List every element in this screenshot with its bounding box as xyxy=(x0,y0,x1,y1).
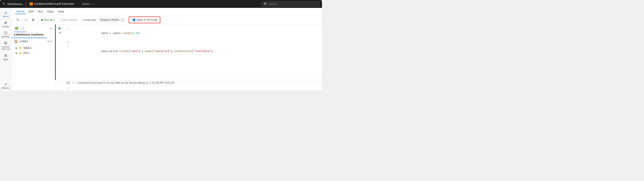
explorer-header-icons: 🌿 📄 xyxy=(14,26,25,31)
explorer-panel: 🌿 📄 « Lakehouse explorer 🏠 LH001 ✦ ⇄ xyxy=(12,25,55,91)
sidebar-item-browse[interactable]: ◫ Browse xyxy=(0,29,11,39)
sidebar-item-create[interactable]: ⊕ Create xyxy=(0,19,11,29)
tree-section: ▶ 📁 Tables ▶ 📁 Files xyxy=(12,45,55,56)
saved-label: Saved xyxy=(82,3,90,6)
sidebar-label-onelake: OneLakedata hub xyxy=(2,46,10,50)
lakehouse-name: LH001 xyxy=(20,40,28,43)
language-value: PySpark (Pytho... xyxy=(100,19,122,21)
onelake-icon: ⊞ xyxy=(4,41,7,45)
download-button[interactable]: ↓ ▾ xyxy=(22,17,29,22)
create-icon: ⊕ xyxy=(4,21,7,25)
saved-chevron[interactable]: ∨ xyxy=(92,3,94,5)
grid-icon: ⠿ xyxy=(2,2,5,6)
download-chevron: ▾ xyxy=(26,19,27,21)
ellipsis-indicator: ... xyxy=(55,86,322,91)
home-icon: ⌂ xyxy=(4,10,7,15)
lakehouse-item: 🏠 LH001 ✦ ⇄ xyxy=(12,38,55,45)
top-bar-separator: | xyxy=(26,2,27,6)
menu-view[interactable]: View xyxy=(56,9,66,14)
toolbar-divider-3 xyxy=(127,17,127,22)
sidebar-item-home[interactable]: ⌂ Home xyxy=(0,9,11,19)
sidebar-label-metrics: Metrics xyxy=(2,87,9,89)
cell-gutter: ▶ ▾ xyxy=(56,25,64,80)
output-text: - Command executed in 19 sec 608 ms by Q… xyxy=(76,81,174,84)
menu-data[interactable]: Data xyxy=(46,9,56,14)
notebook-area: Home Edit Run Data View ✎ ↓ ▾ ⚙ xyxy=(12,8,322,91)
open-vscode-label: Open in VS Code xyxy=(136,18,158,21)
apps-icon: ⊞ xyxy=(4,53,7,58)
sidebar-label-browse: Browse xyxy=(2,36,9,38)
cell-run-button[interactable]: ▶ xyxy=(58,26,62,30)
sidebar-label-create: Create xyxy=(2,26,9,28)
files-label: Files xyxy=(23,51,29,55)
tables-folder-icon: 📁 xyxy=(18,46,22,50)
lakehouse-tree-icon: 🏠 xyxy=(14,39,18,43)
search-icon: 🔍 xyxy=(264,3,267,6)
sidebar-label-apps: Apps xyxy=(3,58,8,61)
explorer-tree-icon[interactable]: 🌿 xyxy=(14,26,19,31)
edit-icon: ✎ xyxy=(16,18,19,22)
tree-item-files[interactable]: ▶ 📁 Files xyxy=(12,50,55,55)
run-all-chevron: ▾ xyxy=(53,19,54,21)
explorer-doc-icon[interactable]: 📄 xyxy=(20,26,25,31)
language-chevron: ▾ xyxy=(122,19,123,21)
toolbar-divider-2 xyxy=(81,17,81,22)
code-line-3: data.write.format("delta").mode("overwri… xyxy=(72,45,213,58)
toolbar-divider-1 xyxy=(38,17,38,22)
project-title: DeltaDemo xyxy=(8,3,22,6)
metrics-icon: ↗ xyxy=(4,82,7,86)
output-cell-num: [2] xyxy=(66,81,70,84)
code-line-2 xyxy=(72,40,74,45)
tables-chevron: ▶ xyxy=(16,47,17,49)
menu-bar: Home Edit Run Data View xyxy=(12,8,322,15)
browse-icon: ◫ xyxy=(4,31,8,35)
stop-session-label: Stop session xyxy=(62,18,78,21)
run-all-label: Run all xyxy=(44,18,52,21)
toolbar: ✎ ↓ ▾ ⚙ ▶ Run all ▾ ▪ Stop session xyxy=(12,15,322,25)
code-panel: ▶ ▾ 1 data = spark.range(5,10) xyxy=(55,25,322,91)
cell-container: ▶ ▾ 1 data = spark.range(5,10) xyxy=(55,25,322,80)
explorer-title: Lakehouse explorer xyxy=(12,32,46,38)
pin-icon[interactable]: ✦ xyxy=(47,40,49,43)
sidebar-item-apps[interactable]: ⊞ Apps xyxy=(0,52,11,62)
shield-icon: 🛡 xyxy=(30,2,33,6)
sidebar-item-metrics[interactable]: ↗ Metrics xyxy=(0,80,11,91)
line-number-2: 2 xyxy=(68,40,72,45)
top-bar: ⠿ DeltaDemo | 🛡 Confidential\Microsoft E… xyxy=(0,0,322,8)
lakehouse-actions: ✦ ⇄ xyxy=(47,40,52,43)
search-input[interactable] xyxy=(268,3,317,6)
cell-expand-button[interactable]: ▾ xyxy=(59,31,60,34)
confidentiality-badge: 🛡 Confidential\Microsoft Extended xyxy=(30,2,74,6)
download-icon: ↓ xyxy=(24,18,26,22)
stop-session-button[interactable]: ▪ Stop session xyxy=(57,17,80,23)
vscode-icon xyxy=(132,18,135,22)
settings-button[interactable]: ⚙ xyxy=(30,17,36,23)
edit-button[interactable]: ✎ xyxy=(15,17,21,23)
output-section: [2] ✓ - Command executed in 19 sec 608 m… xyxy=(55,80,322,86)
search-box[interactable]: 🔍 xyxy=(262,2,320,7)
run-all-button[interactable]: ▶ Run all ▾ xyxy=(40,17,56,22)
content-split: 🌿 📄 « Lakehouse explorer 🏠 LH001 ✦ ⇄ xyxy=(12,25,322,91)
collapse-button[interactable]: « xyxy=(50,27,52,31)
main-content: ⌂ Home ⊕ Create ◫ Browse ⊞ OneLakedata h… xyxy=(0,8,322,91)
tables-label: Tables xyxy=(23,46,32,50)
menu-edit[interactable]: Edit xyxy=(27,9,35,14)
left-sidebar: ⌂ Home ⊕ Create ◫ Browse ⊞ OneLakedata h… xyxy=(0,8,12,91)
menu-home[interactable]: Home xyxy=(15,9,26,14)
sidebar-item-onelake[interactable]: ⊞ OneLakedata hub xyxy=(0,39,11,52)
output-check-icon: ✓ xyxy=(72,81,74,84)
refresh-icon[interactable]: ⇄ xyxy=(50,40,52,43)
code-content[interactable]: 1 data = spark.range(5,10) 2 3 xyxy=(64,25,322,80)
badge-label: Confidential\Microsoft Extended xyxy=(34,3,74,6)
language-selector[interactable]: PySpark (Pytho... ▾ xyxy=(98,17,125,22)
line-number-1: 1 xyxy=(68,27,72,40)
run-all-play-icon: ▶ xyxy=(41,18,44,21)
code-line-1: data = spark.range(5,10) xyxy=(72,27,140,40)
tree-item-tables[interactable]: ▶ 📁 Tables xyxy=(12,45,55,50)
menu-run[interactable]: Run xyxy=(36,9,45,14)
settings-icon: ⚙ xyxy=(32,18,34,22)
line-number-3: 3 xyxy=(68,45,72,58)
open-vscode-button[interactable]: Open in VS Code xyxy=(129,17,160,23)
explorer-header: 🌿 📄 « xyxy=(12,25,55,32)
language-label: Language xyxy=(83,18,96,21)
